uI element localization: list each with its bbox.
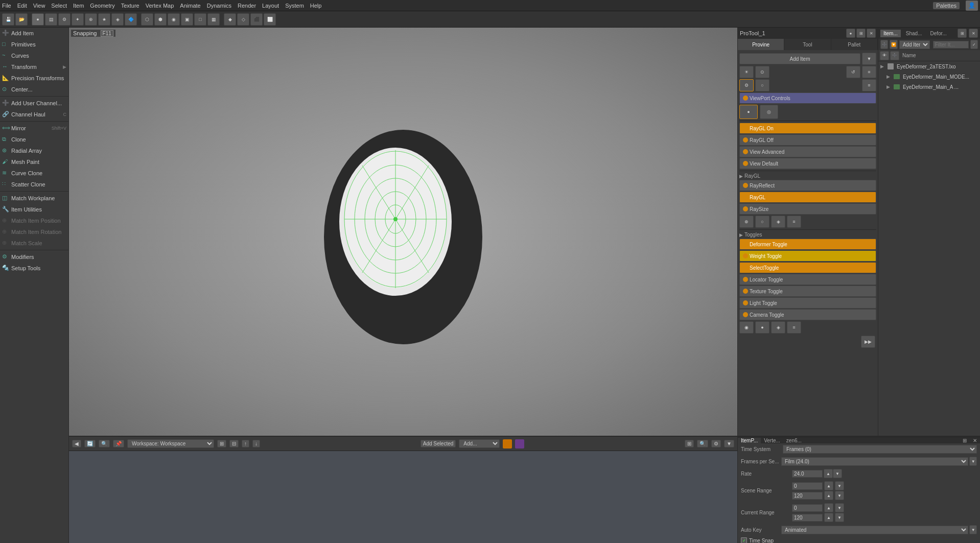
tab-item[interactable]: Item... xyxy=(880,30,901,37)
toolbar-btn-1[interactable]: 💾 xyxy=(2,13,14,26)
pt-icon-list[interactable]: ≡ xyxy=(862,66,876,78)
left-modifiers[interactable]: ⚙ Modifiers xyxy=(0,251,68,263)
tl-scene-start-down[interactable]: ▼ xyxy=(835,481,844,490)
pt-rayreflect-btn[interactable]: RayReflect xyxy=(739,180,876,191)
menu-texture[interactable]: Texture xyxy=(121,3,139,9)
add-dropdown[interactable]: Add... xyxy=(459,439,500,448)
toolbar-btn-5[interactable]: ⚙ xyxy=(58,13,71,26)
tl-rate-down[interactable]: ▼ xyxy=(833,469,842,478)
tree-item-3[interactable]: ▶ EyeDeformer_Main_A ... xyxy=(878,82,980,92)
tl-current-end-up[interactable]: ▲ xyxy=(824,513,833,522)
il-close-btn[interactable]: ✕ xyxy=(969,29,978,38)
pt-raygl-on-btn[interactable]: RayGL On xyxy=(739,123,876,134)
toolbar-btn-12[interactable]: ⬢ xyxy=(154,13,167,26)
tl-autokey-arrow[interactable]: ▼ xyxy=(969,525,977,534)
menu-file[interactable]: File xyxy=(2,3,11,9)
pt-icon-list2[interactable]: ≡ xyxy=(862,79,876,91)
toolbar-btn-17[interactable]: ◆ xyxy=(224,13,236,26)
tl-scene-end[interactable] xyxy=(792,492,823,500)
bt-icon-1[interactable]: 🔄 xyxy=(84,440,96,447)
tl-scene-start[interactable] xyxy=(792,482,823,490)
layout-btn[interactable]: ⊟ xyxy=(229,440,239,447)
palettes-btn[interactable]: Palettes xyxy=(933,2,960,9)
toolbar-btn-18[interactable]: ◇ xyxy=(237,13,249,26)
pt-select-toggle-btn[interactable]: SelectToggle xyxy=(739,262,876,273)
pt-texture-toggle-btn[interactable]: Texture Toggle xyxy=(739,286,876,297)
pt-camera-toggle-btn[interactable]: Camera Toggle xyxy=(739,309,876,320)
pt-locator-toggle-btn[interactable]: Locator Toggle xyxy=(739,274,876,285)
pt-view-default-btn[interactable]: View Default xyxy=(739,158,876,169)
pt-icon-a[interactable]: ⊕ xyxy=(739,216,754,228)
protool-icon-1[interactable]: ● xyxy=(846,29,855,38)
filter-go-btn[interactable]: ✓ xyxy=(970,40,978,49)
tt-verte[interactable]: Verte... xyxy=(761,438,783,443)
toolbar-btn-20[interactable]: ⬜ xyxy=(264,13,276,26)
menu-geometry[interactable]: Geometry xyxy=(90,3,114,9)
toolbar-btn-19[interactable]: ⬛ xyxy=(250,13,263,26)
tl-scene-start-up[interactable]: ▲ xyxy=(824,481,833,490)
toolbar-btn-16[interactable]: ▦ xyxy=(207,13,220,26)
left-mesh-paint[interactable]: 🖌 Mesh Paint xyxy=(0,156,68,168)
left-match-workplane[interactable]: ◫ Match Workplane xyxy=(0,193,68,204)
viewport[interactable]: Snapping F11 xyxy=(69,28,737,436)
menu-edit[interactable]: Edit xyxy=(17,3,27,9)
tree-item-1[interactable]: ▶ EyeDeformer_2aTEST.lxo xyxy=(878,61,980,72)
menu-layout[interactable]: Layout xyxy=(262,3,279,9)
pt-arrow-btn[interactable]: ▼ xyxy=(862,53,876,65)
toolbar-btn-13[interactable]: ◉ xyxy=(168,13,180,26)
toolbar-btn-3[interactable]: ● xyxy=(32,13,44,26)
left-add-user-channel[interactable]: ➕ Add User Channel... xyxy=(0,98,68,109)
pt-icon-e[interactable]: ◉ xyxy=(739,321,754,334)
tl-scene-end-up[interactable]: ▲ xyxy=(824,491,833,500)
pt-icon-d[interactable]: ≡ xyxy=(787,216,801,228)
pt-raygl-off-btn[interactable]: RayGL Off xyxy=(739,134,876,146)
left-add-item[interactable]: ➕ Add Item xyxy=(0,28,68,39)
tt-close[interactable]: ✕ xyxy=(970,438,980,443)
expand-right-btn[interactable]: ⊞ xyxy=(685,440,694,447)
zoom-in-btn[interactable]: 🔍 xyxy=(697,440,708,447)
tl-current-start-up[interactable]: ▲ xyxy=(824,503,833,512)
il-eye-btn[interactable]: 👁 xyxy=(880,51,889,60)
pt-raygl-btn[interactable]: RayGL xyxy=(739,192,876,203)
tt-item[interactable]: ItemP... xyxy=(738,438,761,443)
pt-viewport-controls-btn[interactable]: ViewPort Controls xyxy=(739,92,876,104)
tl-current-end[interactable] xyxy=(792,514,823,522)
tree-item-2[interactable]: ▶ EyeDeformer_Main_MODE... xyxy=(878,72,980,82)
node-area[interactable]: ▶ ROT_RT_TOP ▼ 🌿 EyeLid_RT ▼ RT_Lid_Con xyxy=(69,451,737,543)
filter-icon-btn[interactable]: 🔽 xyxy=(890,40,897,49)
grid-view-btn[interactable]: ⊞ xyxy=(217,440,226,447)
tl-current-end-down[interactable]: ▼ xyxy=(835,513,844,522)
left-item-utilities[interactable]: 🔧 Item Utilities xyxy=(0,204,68,215)
toolbar-btn-4[interactable]: ▤ xyxy=(45,13,57,26)
user-icon[interactable]: 👤 xyxy=(966,1,978,11)
pt-icon-refresh[interactable]: ↺ xyxy=(846,66,860,78)
pt-icon-globe[interactable]: ⊙ xyxy=(755,66,769,78)
tab-defor[interactable]: Defor... xyxy=(927,30,950,37)
pt-wire-btn[interactable]: ◎ xyxy=(760,105,778,119)
left-center[interactable]: ⊙ Center... xyxy=(0,84,68,95)
tl-time-system-select[interactable]: Frames (0) xyxy=(783,445,977,454)
pt-sphere-btn[interactable]: ● xyxy=(739,105,758,119)
toolbar-btn-14[interactable]: ▣ xyxy=(181,13,193,26)
protool-maximize[interactable]: ⊞ xyxy=(856,29,866,38)
tab-pallet[interactable]: Pallet xyxy=(831,39,878,50)
tl-rate-input[interactable] xyxy=(792,470,823,478)
tl-fps-select[interactable]: Film (24.0) xyxy=(781,457,968,466)
tt-zen[interactable]: zen6... xyxy=(783,438,805,443)
pt-expand-btn[interactable]: ▶▶ xyxy=(861,336,875,348)
tab-provine[interactable]: Provine xyxy=(738,39,784,50)
toolbar-btn-8[interactable]: ★ xyxy=(98,13,110,26)
left-primitives[interactable]: □ Primitives xyxy=(0,39,68,50)
left-scatter-clone[interactable]: ∷ Scatter Clone xyxy=(0,179,68,190)
filter-add-btn[interactable]: ➕ xyxy=(880,40,888,49)
tl-scene-end-down[interactable]: ▼ xyxy=(835,491,844,500)
pt-icon-sphere[interactable]: ○ xyxy=(755,79,769,91)
pt-add-item-btn[interactable]: Add Item xyxy=(739,53,860,64)
pt-icon-b[interactable]: ○ xyxy=(755,216,769,228)
add-selected-btn[interactable]: Add Selected xyxy=(421,440,456,447)
bt-icon-3[interactable]: 📌 xyxy=(113,440,124,447)
arrange-btn[interactable]: ↑ xyxy=(242,440,249,447)
pt-light-toggle-btn[interactable]: Light Toggle xyxy=(739,297,876,309)
toolbar-btn-11[interactable]: ⬡ xyxy=(141,13,153,26)
pt-raysize-btn[interactable]: RaySize xyxy=(739,203,876,215)
